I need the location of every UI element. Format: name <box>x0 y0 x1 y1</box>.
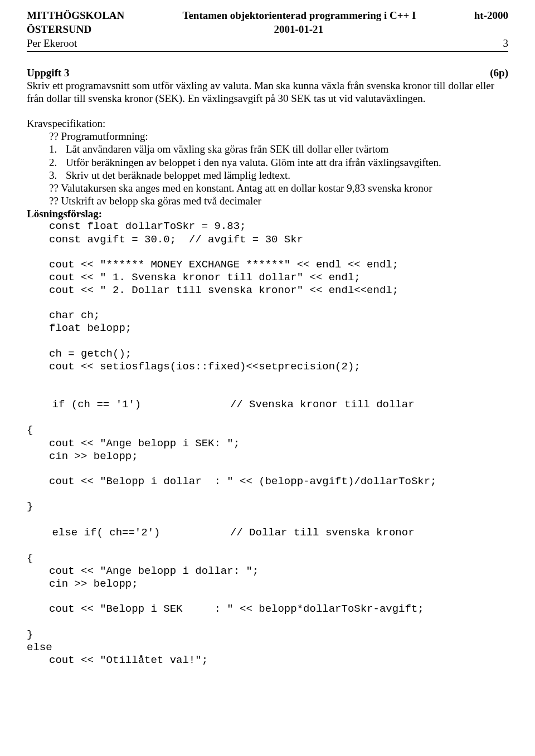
document-page: MITTHÖGSKOLAN Tentamen objektorienterad … <box>0 0 535 756</box>
header-city: ÖSTERSUND <box>27 23 91 36</box>
code-line: float belopp; <box>27 322 508 335</box>
code-comment: // Svenska kronor till dollar <box>230 398 415 411</box>
task-points: (6p) <box>490 66 508 79</box>
code-line: cout << "****** MONEY EXCHANGE ******" <… <box>27 258 508 271</box>
list-item-text: Skriv ut det beräknade beloppet med lämp… <box>66 169 508 182</box>
code-line: const float dollarToSkr = 9.83; <box>27 220 508 233</box>
header-school: MITTHÖGSKOLAN <box>27 9 124 22</box>
task-title-row: Uppgift 3 (6p) <box>27 66 508 79</box>
solution-heading: Lösningsförslag: <box>27 207 508 220</box>
header-row-3: Per Ekeroot 3 <box>27 37 508 51</box>
code-line: cout << " 2. Dollar till svenska kronor"… <box>27 284 508 297</box>
code-line: ch = getch(); <box>27 348 508 360</box>
code-line: cin >> belopp; <box>27 578 508 591</box>
code-line: const avgift = 30.0; // avgift = 30 Skr <box>27 233 508 246</box>
list-item-num: 1. <box>49 143 66 155</box>
code-line: cout << "Ange belopp i dollar: "; <box>27 565 508 578</box>
page-number: 3 <box>503 37 509 50</box>
krav-bullet-2: ?? Valutakursen ska anges med en konstan… <box>27 182 508 194</box>
code-line: { <box>27 424 508 437</box>
list-item: 2. Utför beräkningen av beloppet i den n… <box>27 156 508 169</box>
code-comment: // Dollar till svenska kronor <box>230 526 415 539</box>
header-term: ht-2000 <box>474 9 508 22</box>
code-line: } <box>27 500 508 513</box>
header-date: 2001-01-21 <box>91 23 505 36</box>
code-line-elseif: else if( ch=='2') // Dollar till svenska… <box>27 513 508 552</box>
list-item-text: Utför beräkningen av beloppet i den nya … <box>66 156 508 169</box>
list-item-text: Låt användaren välja om växling ska göra… <box>66 143 508 155</box>
code-line: } <box>27 628 508 641</box>
code-line: else <box>27 641 508 654</box>
task-heading: Uppgift 3 <box>27 66 70 79</box>
list-item: 3. Skriv ut det beräknade beloppet med l… <box>27 169 508 182</box>
code-line: cout << " 1. Svenska kronor till dollar"… <box>27 271 508 284</box>
list-item-num: 2. <box>49 156 66 169</box>
numbered-list: 1. Låt användaren välja om växling ska g… <box>27 143 508 182</box>
code-line: char ch; <box>27 309 508 322</box>
code-line: cout << "Ange belopp i SEK: "; <box>27 437 508 450</box>
krav-bullet-3: ?? Utskrift av belopp ska göras med två … <box>27 194 508 207</box>
header-author: Per Ekeroot <box>27 37 77 50</box>
krav-heading: Kravspecifikation: <box>27 117 508 130</box>
code-line: { <box>27 552 508 565</box>
code-elseif: else if( ch=='2') <box>52 526 160 539</box>
list-item-num: 3. <box>49 169 66 182</box>
code-line: cout << "Belopp i dollar : " << (belopp-… <box>27 475 508 488</box>
code-line: cout << "Belopp i SEK : " << belopp*doll… <box>27 603 508 616</box>
code-line: cout << setiosflags(ios::fixed)<<setprec… <box>27 360 508 373</box>
code-line: cin >> belopp; <box>27 450 508 463</box>
header-row-1: MITTHÖGSKOLAN Tentamen objektorienterad … <box>27 9 508 22</box>
krav-bullet-1: ?? Programutformning: <box>27 130 508 143</box>
header-row-2: ÖSTERSUND 2001-01-21 . <box>27 23 508 36</box>
code-if: if (ch == '1') <box>52 398 142 411</box>
task-intro: Skriv ett programavsnitt som utför växli… <box>27 79 508 105</box>
code-line: cout << "Otillåtet val!"; <box>27 654 508 667</box>
list-item: 1. Låt användaren välja om växling ska g… <box>27 143 508 155</box>
code-line-if: if (ch == '1') // Svenska kronor till do… <box>27 386 508 425</box>
header-title: Tentamen objektorienterad programmering … <box>124 9 474 22</box>
